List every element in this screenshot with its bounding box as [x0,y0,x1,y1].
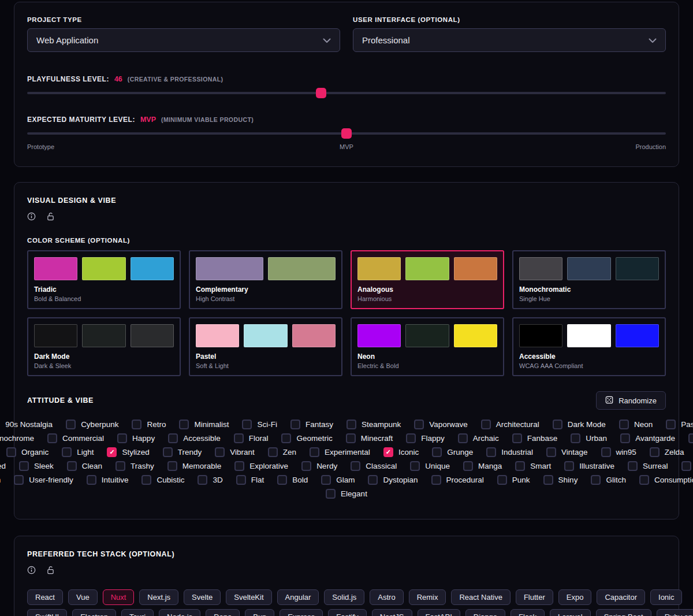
vibe-option-industrial[interactable]: Industrial [486,447,533,457]
tech-option-ionic[interactable]: Ionic [650,589,682,605]
vibe-option-archaic[interactable]: Archaic [458,433,499,443]
vibe-option-iconic[interactable]: ✓Iconic [383,447,419,457]
tech-option-fastapi[interactable]: FastAPI [418,609,460,616]
unlock-icon[interactable] [47,566,54,574]
tech-option-bun[interactable]: Bun [245,609,274,616]
tech-option-swiftui[interactable]: SwiftUI [27,609,67,616]
vibe-option-cubistic[interactable]: Cubistic [141,475,184,485]
vibe-option-balanced[interactable]: Balanced [0,461,6,471]
tech-option-capacitor[interactable]: Capacitor [597,589,645,605]
info-icon[interactable] [27,566,36,574]
vibe-option-surreal[interactable]: Surreal [628,461,668,471]
vibe-checkbox-pastel[interactable] [666,420,676,429]
maturity-slider[interactable] [27,128,666,139]
vibe-option-nerdy[interactable]: Nerdy [301,461,337,471]
vibe-checkbox-minecraft[interactable] [346,433,356,443]
vibe-checkbox-floral[interactable] [234,433,244,443]
vibe-option-glitch[interactable]: Glitch [591,475,626,485]
vibe-checkbox-commercial[interactable] [47,433,57,443]
vibe-checkbox-trendy[interactable] [163,447,173,457]
vibe-checkbox-flat[interactable] [236,475,246,485]
vibe-option-intuitive[interactable]: Intuitive [87,475,129,485]
tech-option-tauri[interactable]: Tauri [121,609,154,616]
color-scheme-dark-mode[interactable]: Dark ModeDark & Sleek [27,317,181,376]
vibe-checkbox-cubistic[interactable] [141,475,151,485]
tech-option-svelte[interactable]: Svelte [184,589,221,605]
tech-option-laravel[interactable]: Laravel [550,609,591,616]
color-scheme-triadic[interactable]: TriadicBold & Balanced [27,250,181,309]
tech-option-nuxt[interactable]: Nuxt [103,589,135,605]
vibe-option-manga[interactable]: Manga [463,461,502,471]
vibe-option-explorative[interactable]: Explorative [234,461,288,471]
tech-option-sveltekit[interactable]: SvelteKit [226,589,271,605]
vibe-checkbox-zen[interactable] [268,447,278,457]
vibe-option-pastel[interactable]: Pastel [666,420,693,429]
vibe-checkbox-dystopian[interactable] [368,475,378,485]
vibe-option-glam[interactable]: Glam [321,475,355,485]
playfulness-slider-thumb[interactable] [316,88,326,98]
vibe-option-sci-fi[interactable]: Sci-Fi [242,420,277,429]
vibe-checkbox-retro[interactable] [132,420,141,429]
vibe-option-flappy[interactable]: Flappy [406,433,445,443]
vibe-checkbox-elegant[interactable] [326,489,336,499]
tech-option-flask[interactable]: Flask [511,609,545,616]
vibe-checkbox-clean[interactable] [67,461,77,471]
vibe-checkbox-iconic[interactable]: ✓ [383,447,393,457]
vibe-checkbox-win95[interactable] [601,447,611,457]
playfulness-slider[interactable] [27,88,666,98]
vibe-checkbox-architectural[interactable] [481,420,491,429]
vibe-checkbox-steampunk[interactable] [346,420,356,429]
vibe-option-zen[interactable]: Zen [268,447,296,457]
vibe-checkbox-vintage[interactable] [546,447,556,457]
vibe-option-organic[interactable]: Organic [6,447,49,457]
vibe-checkbox-user-friendly[interactable] [14,475,24,485]
vibe-option-neon[interactable]: Neon [619,420,653,429]
vibe-checkbox-geometric[interactable] [281,433,291,443]
vibe-checkbox-consumption[interactable] [639,475,649,485]
vibe-checkbox-avantgarde[interactable] [620,433,630,443]
vibe-option-accessible[interactable]: Accessible [168,433,221,443]
vibe-option-sleek[interactable]: Sleek [19,461,54,471]
vibe-option-win95[interactable]: win95 [601,447,636,457]
vibe-option-storytelling[interactable]: Storytelling [681,461,693,471]
vibe-checkbox-glitch[interactable] [591,475,601,485]
vibe-option-memorable[interactable]: Memorable [167,461,222,471]
vibe-option-vaporwave[interactable]: Vaporwave [414,420,468,429]
vibe-option-illustrative[interactable]: Illustrative [564,461,614,471]
vibe-option-classical[interactable]: Classical [351,461,397,471]
vibe-option-happy[interactable]: Happy [117,433,155,443]
vibe-checkbox-grunge[interactable] [432,447,442,457]
vibe-checkbox-organic[interactable] [6,447,16,457]
vibe-checkbox-happy[interactable] [117,433,127,443]
tech-option-nestjs[interactable]: NestJS [372,609,412,616]
vibe-option-light[interactable]: Light [62,447,94,457]
vibe-option-minimalist[interactable]: Minimalist [179,420,229,429]
vibe-option-procedural[interactable]: Procedural [431,475,484,485]
vibe-option-zelda[interactable]: Zelda [650,447,684,457]
color-scheme-neon[interactable]: NeonElectric & Bold [351,317,504,376]
vibe-option-elegant[interactable]: Elegant [326,489,367,499]
vibe-checkbox-illustrative[interactable] [564,461,574,471]
user-interface-select[interactable]: Professional [353,28,666,52]
vibe-option-kpi-driven[interactable]: KPI-driven [0,475,1,485]
vibe-checkbox-cyberpunk[interactable] [66,420,76,429]
vibe-option-stylized[interactable]: ✓Stylized [107,447,149,457]
color-scheme-accessible[interactable]: AccessibleWCAG AAA Compliant [512,317,666,376]
vibe-checkbox-dark-mode[interactable] [553,420,562,429]
vibe-checkbox-flappy[interactable] [406,433,416,443]
vibe-option-urban[interactable]: Urban [571,433,607,443]
tech-option-express[interactable]: Express [280,609,323,616]
vibe-checkbox-neon[interactable] [619,420,629,429]
vibe-checkbox-light[interactable] [62,447,72,457]
tech-option-ruby-on-rails[interactable]: Ruby on Rails [657,609,693,616]
tech-option-deno[interactable]: Deno [206,609,240,616]
vibe-checkbox-cold[interactable] [688,433,693,443]
vibe-option-cold[interactable]: Cold [688,433,693,443]
maturity-slider-thumb[interactable] [341,128,352,139]
vibe-option-trashy[interactable]: Trashy [116,461,154,471]
vibe-option-punk[interactable]: Punk [497,475,530,485]
vibe-checkbox-trashy[interactable] [116,461,125,471]
tech-option-node-js[interactable]: Node.js [159,609,200,616]
vibe-checkbox-3d[interactable] [198,475,207,485]
vibe-checkbox-glam[interactable] [321,475,331,485]
